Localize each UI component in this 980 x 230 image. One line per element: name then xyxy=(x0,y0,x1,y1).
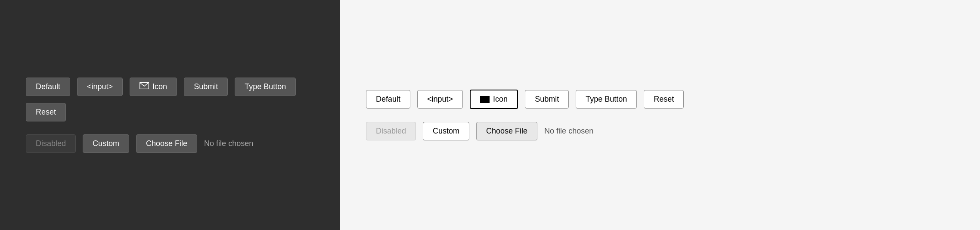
light-icon-button[interactable]: Icon xyxy=(470,90,518,109)
envelope-icon xyxy=(140,82,149,91)
dark-icon-button-label: Icon xyxy=(152,82,167,91)
light-icon-button-label: Icon xyxy=(493,95,508,104)
light-no-file-label: No file chosen xyxy=(544,127,593,136)
dark-panel: Default <input> Icon Submit Type Button … xyxy=(0,0,340,230)
dark-no-file-label: No file chosen xyxy=(204,139,253,148)
dark-choose-file-button[interactable]: Choose File xyxy=(136,134,197,153)
light-submit-button[interactable]: Submit xyxy=(525,90,569,109)
dark-input-button[interactable]: <input> xyxy=(77,78,123,96)
light-type-button[interactable]: Type Button xyxy=(576,90,637,109)
light-row-1: Default <input> Icon Submit Type Button … xyxy=(366,90,954,109)
black-square-icon xyxy=(480,96,490,103)
light-choose-file-button[interactable]: Choose File xyxy=(476,122,537,140)
dark-reset-button[interactable]: Reset xyxy=(26,103,66,121)
dark-row-2: Disabled Custom Choose File No file chos… xyxy=(26,134,314,153)
dark-default-button[interactable]: Default xyxy=(26,78,70,96)
dark-row-1: Default <input> Icon Submit Type Button … xyxy=(26,78,314,121)
light-row-2: Disabled Custom Choose File No file chos… xyxy=(366,122,954,140)
light-input-button[interactable]: <input> xyxy=(417,90,463,109)
light-reset-button[interactable]: Reset xyxy=(644,90,684,109)
dark-disabled-button: Disabled xyxy=(26,134,76,153)
light-panel: Default <input> Icon Submit Type Button … xyxy=(340,0,980,230)
dark-submit-button[interactable]: Submit xyxy=(184,78,228,96)
dark-custom-button[interactable]: Custom xyxy=(83,134,129,153)
light-custom-button[interactable]: Custom xyxy=(423,122,469,140)
dark-type-button[interactable]: Type Button xyxy=(235,78,296,96)
light-default-button[interactable]: Default xyxy=(366,90,410,109)
light-disabled-button: Disabled xyxy=(366,122,416,140)
dark-icon-button[interactable]: Icon xyxy=(130,78,177,96)
